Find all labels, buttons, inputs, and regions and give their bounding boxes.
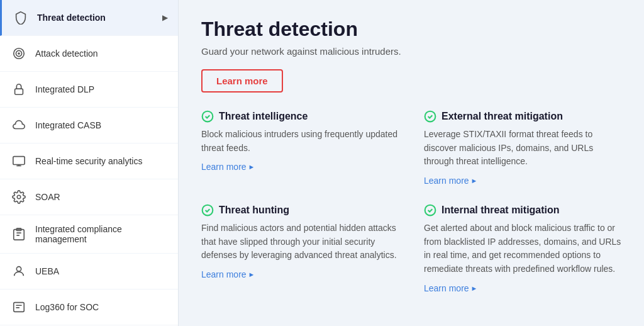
svg-point-13 xyxy=(425,205,436,216)
clipboard-icon xyxy=(10,225,28,243)
arrow-icon: ► xyxy=(471,177,478,184)
feature-learn-more-link[interactable]: Learn more ► xyxy=(201,162,255,172)
feature-learn-more-link[interactable]: Learn more ► xyxy=(424,176,477,186)
feature-title-row: Threat intelligence xyxy=(201,110,399,123)
sidebar: Threat detection▶Attack detectionIntegra… xyxy=(0,0,179,326)
svg-point-8 xyxy=(16,267,21,271)
check-circle-icon xyxy=(424,204,436,216)
sidebar-item-soar[interactable]: SOAR xyxy=(0,179,178,215)
feature-description: Leverage STIX/TAXII format threat feeds … xyxy=(424,128,621,169)
arrow-icon: ► xyxy=(471,284,478,292)
svg-point-1 xyxy=(16,50,21,56)
list-icon xyxy=(10,298,28,316)
sidebar-item-label: Attack detection xyxy=(35,48,168,59)
svg-point-2 xyxy=(18,53,19,54)
feature-card-internal-threat-mitigation: Internal threat mitigationGet alerted ab… xyxy=(424,204,621,294)
sidebar-item-log360-soc[interactable]: Log360 for SOC xyxy=(0,289,178,325)
sidebar-item-ueba[interactable]: UEBA xyxy=(0,254,178,289)
feature-card-threat-intelligence: Threat intelligenceBlock malicious intru… xyxy=(201,110,399,186)
sidebar-item-label: Integrated DLP xyxy=(35,84,168,94)
target-icon xyxy=(10,45,28,62)
sidebar-item-label: Integrated CASB xyxy=(35,120,168,130)
user-icon xyxy=(10,262,28,280)
arrow-icon: ► xyxy=(248,163,255,171)
check-circle-icon xyxy=(424,110,436,123)
feature-title-row: Threat hunting xyxy=(201,204,399,216)
svg-point-10 xyxy=(203,111,213,122)
feature-title-row: External threat mitigation xyxy=(424,110,621,123)
sidebar-item-integrated-casb[interactable]: Integrated CASB xyxy=(0,108,178,143)
feature-card-threat-hunting: Threat huntingFind malicious actors and … xyxy=(201,204,399,294)
features-grid: Threat intelligenceBlock malicious intru… xyxy=(201,110,621,294)
feature-learn-more-link[interactable]: Learn more ► xyxy=(424,283,477,293)
chevron-right-icon: ▶ xyxy=(162,13,168,22)
sidebar-item-real-time-security[interactable]: Real-time security analytics xyxy=(0,143,178,179)
sidebar-item-label: SOAR xyxy=(35,192,168,202)
svg-point-11 xyxy=(425,111,436,122)
monitor-icon xyxy=(10,152,28,170)
feature-title: Threat hunting xyxy=(219,205,289,216)
gear-icon xyxy=(10,188,28,206)
feature-title: Threat intelligence xyxy=(219,111,308,122)
page-title: Threat detection xyxy=(201,18,621,41)
sidebar-item-attack-detection[interactable]: Attack detection xyxy=(0,36,178,72)
check-circle-icon xyxy=(201,110,214,123)
check-circle-icon xyxy=(201,204,214,216)
svg-rect-9 xyxy=(14,303,25,312)
sidebar-item-threat-detection[interactable]: Threat detection▶ xyxy=(0,0,178,36)
feature-description: Get alerted about and block malicious tr… xyxy=(424,222,621,276)
svg-point-5 xyxy=(17,195,21,199)
feature-learn-more-link[interactable]: Learn more ► xyxy=(201,269,255,279)
svg-point-12 xyxy=(203,205,213,216)
feature-title: External threat mitigation xyxy=(441,111,563,122)
page-subtitle: Guard your network against malicious int… xyxy=(201,46,621,57)
lock-icon xyxy=(10,81,28,98)
feature-title-row: Internal threat mitigation xyxy=(424,204,621,216)
sidebar-item-label: Threat detection xyxy=(37,13,155,23)
sidebar-item-label: Real-time security analytics xyxy=(35,156,168,166)
sidebar-item-label: UEBA xyxy=(35,266,168,276)
sidebar-item-label: Log360 for SOC xyxy=(35,302,168,312)
main-content: Threat detection Guard your network agai… xyxy=(179,0,644,326)
feature-title: Internal threat mitigation xyxy=(441,205,560,216)
svg-point-0 xyxy=(14,48,25,59)
sidebar-item-integrated-dlp[interactable]: Integrated DLP xyxy=(0,72,178,108)
svg-rect-3 xyxy=(15,89,23,94)
sidebar-item-label: Integrated compliance management xyxy=(35,224,168,244)
feature-description: Block malicious intruders using frequent… xyxy=(201,128,399,155)
shield-icon xyxy=(12,9,30,26)
svg-rect-4 xyxy=(13,157,25,165)
arrow-icon: ► xyxy=(248,271,255,278)
feature-card-external-threat-mitigation: External threat mitigationLeverage STIX/… xyxy=(424,110,621,186)
feature-description: Find malicious actors and potential hidd… xyxy=(201,222,399,262)
sidebar-item-compliance[interactable]: Integrated compliance management xyxy=(0,215,178,254)
cloud-icon xyxy=(10,116,28,134)
learn-more-button[interactable]: Learn more xyxy=(201,69,283,93)
